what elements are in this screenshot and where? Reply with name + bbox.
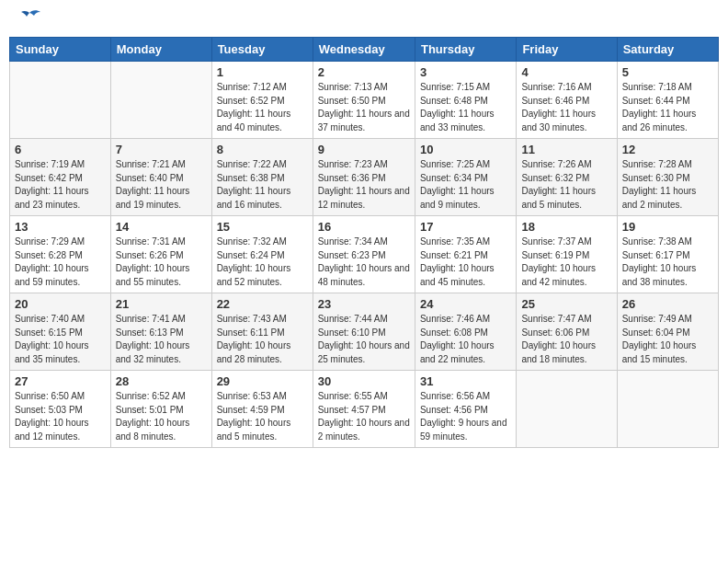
header-friday: Friday: [517, 38, 617, 62]
day-number: 7: [116, 143, 207, 156]
calendar-cell: 5Sunrise: 7:18 AM Sunset: 6:44 PM Daylig…: [617, 62, 718, 139]
day-info: Sunrise: 7:41 AM Sunset: 6:13 PM Dayligh…: [116, 313, 207, 366]
calendar-cell: [110, 62, 211, 139]
header-thursday: Thursday: [415, 38, 516, 62]
day-number: 29: [217, 374, 308, 388]
day-number: 11: [521, 143, 611, 156]
day-number: 10: [420, 143, 511, 156]
day-number: 22: [217, 297, 308, 311]
day-info: Sunrise: 6:52 AM Sunset: 5:01 PM Dayligh…: [116, 390, 207, 443]
calendar-cell: [10, 62, 111, 139]
day-info: Sunrise: 7:21 AM Sunset: 6:40 PM Dayligh…: [116, 158, 207, 212]
calendar-week-2: 6Sunrise: 7:19 AM Sunset: 6:42 PM Daylig…: [10, 139, 719, 216]
header-wednesday: Wednesday: [313, 38, 415, 62]
day-number: 4: [521, 65, 611, 79]
day-number: 31: [420, 374, 511, 388]
day-number: 2: [318, 65, 410, 79]
day-number: 24: [420, 297, 511, 311]
day-info: Sunrise: 7:13 AM Sunset: 6:50 PM Dayligh…: [318, 81, 410, 134]
calendar-cell: 2Sunrise: 7:13 AM Sunset: 6:50 PM Daylig…: [313, 62, 415, 139]
weekday-header-row: Sunday Monday Tuesday Wednesday Thursday…: [10, 38, 719, 62]
day-info: Sunrise: 6:55 AM Sunset: 4:57 PM Dayligh…: [318, 390, 410, 443]
day-number: 14: [116, 220, 207, 234]
calendar-week-4: 20Sunrise: 7:40 AM Sunset: 6:15 PM Dayli…: [10, 293, 719, 371]
day-number: 30: [318, 374, 410, 388]
day-number: 8: [217, 143, 308, 156]
day-info: Sunrise: 7:47 AM Sunset: 6:06 PM Dayligh…: [521, 313, 611, 366]
day-info: Sunrise: 7:29 AM Sunset: 6:28 PM Dayligh…: [15, 236, 106, 289]
day-info: Sunrise: 7:28 AM Sunset: 6:30 PM Dayligh…: [622, 158, 713, 212]
calendar-cell: 11Sunrise: 7:26 AM Sunset: 6:32 PM Dayli…: [517, 139, 617, 216]
calendar-cell: 10Sunrise: 7:25 AM Sunset: 6:34 PM Dayli…: [415, 139, 516, 216]
calendar-cell: 26Sunrise: 7:49 AM Sunset: 6:04 PM Dayli…: [617, 293, 718, 371]
calendar-cell: 30Sunrise: 6:55 AM Sunset: 4:57 PM Dayli…: [313, 371, 415, 448]
calendar-cell: 28Sunrise: 6:52 AM Sunset: 5:01 PM Dayli…: [110, 371, 211, 448]
day-info: Sunrise: 7:26 AM Sunset: 6:32 PM Dayligh…: [521, 158, 611, 212]
calendar-cell: 21Sunrise: 7:41 AM Sunset: 6:13 PM Dayli…: [110, 293, 211, 371]
calendar-cell: 24Sunrise: 7:46 AM Sunset: 6:08 PM Dayli…: [415, 293, 516, 371]
calendar-cell: 22Sunrise: 7:43 AM Sunset: 6:11 PM Dayli…: [211, 293, 313, 371]
day-number: 25: [521, 297, 611, 311]
day-number: 17: [420, 220, 511, 234]
calendar-cell: 29Sunrise: 6:53 AM Sunset: 4:59 PM Dayli…: [211, 371, 313, 448]
calendar-week-3: 13Sunrise: 7:29 AM Sunset: 6:28 PM Dayli…: [10, 216, 719, 293]
day-number: 20: [15, 297, 106, 311]
calendar-cell: 4Sunrise: 7:16 AM Sunset: 6:46 PM Daylig…: [517, 62, 617, 139]
calendar-cell: 13Sunrise: 7:29 AM Sunset: 6:28 PM Dayli…: [10, 216, 111, 293]
day-number: 28: [116, 374, 207, 388]
day-number: 16: [318, 220, 410, 234]
calendar-cell: 20Sunrise: 7:40 AM Sunset: 6:15 PM Dayli…: [10, 293, 111, 371]
day-info: Sunrise: 6:56 AM Sunset: 4:56 PM Dayligh…: [420, 390, 511, 443]
day-info: Sunrise: 7:46 AM Sunset: 6:08 PM Dayligh…: [420, 313, 511, 366]
day-info: Sunrise: 7:23 AM Sunset: 6:36 PM Dayligh…: [318, 158, 410, 212]
day-info: Sunrise: 7:19 AM Sunset: 6:42 PM Dayligh…: [15, 158, 106, 212]
day-number: 23: [318, 297, 410, 311]
calendar-cell: 27Sunrise: 6:50 AM Sunset: 5:03 PM Dayli…: [10, 371, 111, 448]
day-info: Sunrise: 7:31 AM Sunset: 6:26 PM Dayligh…: [116, 236, 207, 289]
day-info: Sunrise: 7:34 AM Sunset: 6:23 PM Dayligh…: [318, 236, 410, 289]
day-number: 5: [622, 65, 713, 79]
day-info: Sunrise: 7:37 AM Sunset: 6:19 PM Dayligh…: [521, 236, 611, 289]
calendar-cell: [617, 371, 718, 448]
calendar-cell: 6Sunrise: 7:19 AM Sunset: 6:42 PM Daylig…: [10, 139, 111, 216]
calendar-cell: 17Sunrise: 7:35 AM Sunset: 6:21 PM Dayli…: [415, 216, 516, 293]
day-number: 1: [217, 65, 308, 79]
calendar-cell: 1Sunrise: 7:12 AM Sunset: 6:52 PM Daylig…: [211, 62, 313, 139]
day-info: Sunrise: 7:35 AM Sunset: 6:21 PM Dayligh…: [420, 236, 511, 289]
day-info: Sunrise: 7:38 AM Sunset: 6:17 PM Dayligh…: [622, 236, 713, 289]
calendar-cell: 19Sunrise: 7:38 AM Sunset: 6:17 PM Dayli…: [617, 216, 718, 293]
day-number: 21: [116, 297, 207, 311]
day-number: 9: [318, 143, 410, 156]
header-monday: Monday: [110, 38, 211, 62]
day-number: 13: [15, 220, 106, 234]
day-number: 26: [622, 297, 713, 311]
calendar-cell: 16Sunrise: 7:34 AM Sunset: 6:23 PM Dayli…: [313, 216, 415, 293]
calendar-cell: 23Sunrise: 7:44 AM Sunset: 6:10 PM Dayli…: [313, 293, 415, 371]
calendar-cell: 8Sunrise: 7:22 AM Sunset: 6:38 PM Daylig…: [211, 139, 313, 216]
logo: [14, 9, 42, 29]
day-number: 19: [622, 220, 713, 234]
calendar-week-5: 27Sunrise: 6:50 AM Sunset: 5:03 PM Dayli…: [10, 371, 719, 448]
calendar-cell: 9Sunrise: 7:23 AM Sunset: 6:36 PM Daylig…: [313, 139, 415, 216]
day-number: 15: [217, 220, 308, 234]
day-info: Sunrise: 7:22 AM Sunset: 6:38 PM Dayligh…: [217, 158, 308, 212]
day-info: Sunrise: 7:15 AM Sunset: 6:48 PM Dayligh…: [420, 81, 511, 134]
day-info: Sunrise: 7:12 AM Sunset: 6:52 PM Dayligh…: [217, 81, 308, 134]
calendar-cell: [517, 371, 617, 448]
header-tuesday: Tuesday: [211, 38, 313, 62]
day-info: Sunrise: 6:53 AM Sunset: 4:59 PM Dayligh…: [217, 390, 308, 443]
calendar-cell: 15Sunrise: 7:32 AM Sunset: 6:24 PM Dayli…: [211, 216, 313, 293]
calendar-cell: 14Sunrise: 7:31 AM Sunset: 6:26 PM Dayli…: [110, 216, 211, 293]
day-info: Sunrise: 7:32 AM Sunset: 6:24 PM Dayligh…: [217, 236, 308, 289]
day-number: 6: [15, 143, 106, 156]
day-number: 3: [420, 65, 511, 79]
day-info: Sunrise: 7:49 AM Sunset: 6:04 PM Dayligh…: [622, 313, 713, 366]
day-info: Sunrise: 7:18 AM Sunset: 6:44 PM Dayligh…: [622, 81, 713, 134]
calendar-cell: 12Sunrise: 7:28 AM Sunset: 6:30 PM Dayli…: [617, 139, 718, 216]
day-info: Sunrise: 7:43 AM Sunset: 6:11 PM Dayligh…: [217, 313, 308, 366]
page-header: [9, 9, 719, 29]
calendar-cell: 31Sunrise: 6:56 AM Sunset: 4:56 PM Dayli…: [415, 371, 516, 448]
header-sunday: Sunday: [10, 38, 111, 62]
day-info: Sunrise: 7:25 AM Sunset: 6:34 PM Dayligh…: [420, 158, 511, 212]
day-info: Sunrise: 7:40 AM Sunset: 6:15 PM Dayligh…: [15, 313, 106, 366]
